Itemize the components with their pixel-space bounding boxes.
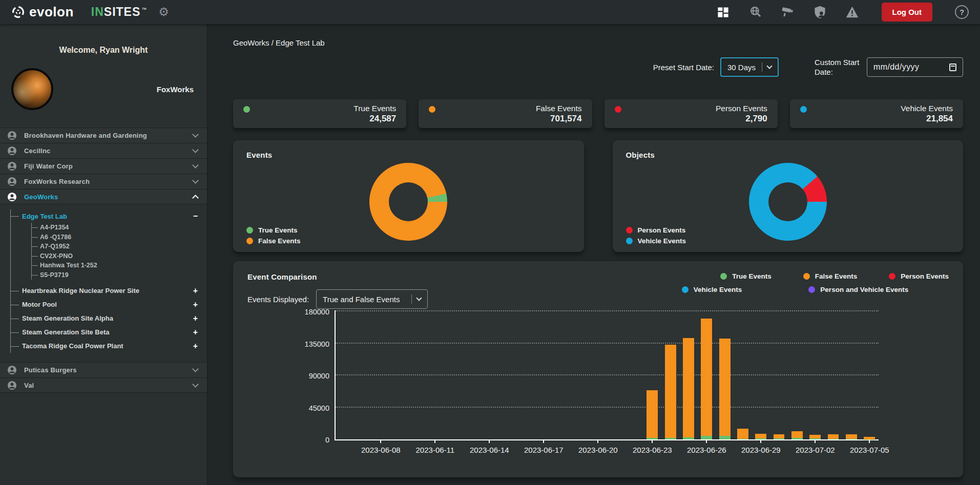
bar-2023-06-09[interactable] xyxy=(393,311,405,439)
calendar-icon[interactable] xyxy=(949,64,956,71)
tree-site-steam-generation-site-beta[interactable]: Steam Generation Site Beta+ xyxy=(11,325,207,339)
bar-2023-06-29[interactable] xyxy=(755,311,766,439)
expand-plus-button[interactable]: + xyxy=(193,314,198,323)
expand-plus-button[interactable]: + xyxy=(193,287,198,295)
tree-site-heartbreak-ridge-nuclear-power-site[interactable]: Heartbreak Ridge Nuclear Power Site+ xyxy=(11,284,207,298)
tree-site-edge-test-lab[interactable]: Edge Test Lab− xyxy=(11,209,207,223)
bar-2023-06-12[interactable] xyxy=(448,311,459,439)
tree-site-steam-generation-site-alpha[interactable]: Steam Generation Site Alpha+ xyxy=(11,311,207,325)
bar-2023-06-06[interactable] xyxy=(339,311,350,439)
objects-donut-chart[interactable] xyxy=(749,163,827,241)
sidebar-account-cecilinc[interactable]: CecilInc xyxy=(0,143,207,158)
expand-plus-button[interactable]: + xyxy=(193,342,198,350)
chevron-up-icon[interactable] xyxy=(192,195,199,201)
true-events-bar-segment xyxy=(828,439,839,439)
chevron-down-icon[interactable] xyxy=(192,177,199,184)
settings-gear-icon[interactable]: ⚙ xyxy=(158,6,169,18)
bar-2023-07-04[interactable] xyxy=(846,311,857,439)
custom-start-date-input[interactable]: mm/dd/yyyy xyxy=(867,57,963,77)
bar-2023-06-07[interactable] xyxy=(357,311,368,439)
legend-item-person-events[interactable]: Person Events xyxy=(889,272,949,280)
chevron-down-icon[interactable] xyxy=(192,146,199,153)
chevron-down-icon[interactable] xyxy=(192,366,199,372)
preset-start-date-label: Preset Start Date: xyxy=(653,63,714,72)
legend-row-1: True EventsFalse EventsPerson Events xyxy=(652,269,949,283)
globe-search-icon[interactable] xyxy=(748,5,762,19)
preset-start-date-group: Preset Start Date: 30 Days xyxy=(653,57,779,77)
legend-item-vehicle-events[interactable]: Vehicle Events xyxy=(682,286,742,293)
bar-2023-06-23[interactable] xyxy=(647,311,658,439)
account-label: FoxWorks Research xyxy=(24,178,90,185)
bar-2023-06-24[interactable] xyxy=(665,311,676,439)
bar-slot xyxy=(444,311,462,439)
bar-2023-07-03[interactable] xyxy=(828,311,839,439)
geoworks-tree: Edge Test Lab−A4-P1354A6 -Q1786A7-Q1952C… xyxy=(0,204,207,362)
bar-2023-06-13[interactable] xyxy=(466,311,477,439)
sidebar-account-foxworks-research[interactable]: FoxWorks Research xyxy=(0,174,207,189)
legend-item-false-events[interactable]: False Events xyxy=(246,237,301,245)
bar-2023-06-27[interactable] xyxy=(719,311,731,439)
bar-2023-06-28[interactable] xyxy=(737,311,748,439)
expand-plus-button[interactable]: + xyxy=(193,328,198,336)
sidebar-account-geoworks[interactable]: GeoWorks xyxy=(0,189,207,204)
warning-triangle-icon[interactable] xyxy=(845,5,859,19)
bar-2023-06-21[interactable] xyxy=(611,311,622,439)
sidebar-account-puticas-burgers[interactable]: Puticas Burgers xyxy=(0,362,207,377)
tree-device-s5-p3719[interactable]: S5-P3719 xyxy=(32,270,207,280)
x-axis-tick xyxy=(380,439,381,443)
legend-item-vehicle-events[interactable]: Vehicle Events xyxy=(626,237,686,245)
legend-item-true-events[interactable]: True Events xyxy=(720,272,772,280)
security-camera-icon[interactable] xyxy=(781,5,795,19)
bar-2023-06-10[interactable] xyxy=(411,311,423,439)
bar-2023-06-22[interactable] xyxy=(629,311,640,439)
bar-2023-06-08[interactable] xyxy=(375,311,386,439)
tree-device-a7-q1952[interactable]: A7-Q1952 xyxy=(32,242,207,251)
bar-2023-06-30[interactable] xyxy=(774,311,785,439)
bar-2023-07-01[interactable] xyxy=(791,311,803,439)
chevron-down-icon[interactable] xyxy=(192,162,199,168)
chevron-down-icon[interactable] xyxy=(192,131,199,138)
chevron-down-icon[interactable] xyxy=(192,381,199,388)
tree-device-a4-p1354[interactable]: A4-P1354 xyxy=(32,223,207,233)
shield-user-icon[interactable] xyxy=(813,5,827,19)
preset-start-date-select[interactable]: 30 Days xyxy=(720,57,779,77)
sidebar-account-brookhaven-hardware-and-gardening[interactable]: Brookhaven Hardware and Gardening xyxy=(0,128,207,143)
legend-label: True Events xyxy=(258,226,298,234)
events-donut-chart[interactable] xyxy=(369,163,447,241)
collapse-minus-button[interactable]: − xyxy=(193,212,198,220)
account-list: Brookhaven Hardware and GardeningCecilIn… xyxy=(0,128,207,204)
x-axis-label: 2023-06-11 xyxy=(416,446,455,454)
bar-2023-06-15[interactable] xyxy=(502,311,513,439)
expand-plus-button[interactable]: + xyxy=(193,301,198,309)
events-displayed-select[interactable]: True and False Events xyxy=(316,289,428,309)
legend-item-person-and-vehicle-events[interactable]: Person and Vehicle Events xyxy=(808,286,908,293)
bar-2023-06-17[interactable] xyxy=(538,311,549,439)
bar-slot xyxy=(770,311,788,439)
bar-2023-06-14[interactable] xyxy=(484,311,495,439)
bar-2023-06-19[interactable] xyxy=(574,311,586,439)
bar-2023-06-25[interactable] xyxy=(683,311,694,439)
bar-2023-06-11[interactable] xyxy=(429,311,441,439)
bar-2023-07-05[interactable] xyxy=(864,311,875,439)
logout-button[interactable]: Log Out xyxy=(882,3,932,22)
help-icon[interactable]: ? xyxy=(955,5,969,19)
dashboard-grid-icon[interactable] xyxy=(716,5,730,19)
legend-item-false-events[interactable]: False Events xyxy=(803,272,858,280)
tree-device-cv2x-pno[interactable]: CV2X-PNO xyxy=(32,251,207,261)
tree-device-hanhwa-test-1-252[interactable]: Hanhwa Test 1-252 xyxy=(32,261,207,270)
sidebar-account-fiji-water-corp[interactable]: Fiji Water Corp xyxy=(0,158,207,174)
bar-2023-06-18[interactable] xyxy=(556,311,568,439)
bar-2023-06-16[interactable] xyxy=(520,311,531,439)
tree-site-tacoma-ridge-coal-power-plant[interactable]: Tacoma Ridge Coal Power Plant+ xyxy=(11,339,207,353)
sidebar-account-val[interactable]: Val xyxy=(0,377,207,393)
bar-2023-06-20[interactable] xyxy=(592,311,603,439)
legend-dot-icon xyxy=(626,227,633,234)
avatar[interactable] xyxy=(11,68,53,110)
bar-slot xyxy=(481,311,498,439)
tree-site-motor-pool[interactable]: Motor Pool+ xyxy=(11,298,207,311)
legend-item-person-events[interactable]: Person Events xyxy=(626,226,686,234)
legend-item-true-events[interactable]: True Events xyxy=(246,226,301,234)
tree-device-a6-q1786[interactable]: A6 -Q1786 xyxy=(32,233,207,242)
bar-2023-06-26[interactable] xyxy=(701,311,712,439)
bar-2023-07-02[interactable] xyxy=(809,311,821,439)
